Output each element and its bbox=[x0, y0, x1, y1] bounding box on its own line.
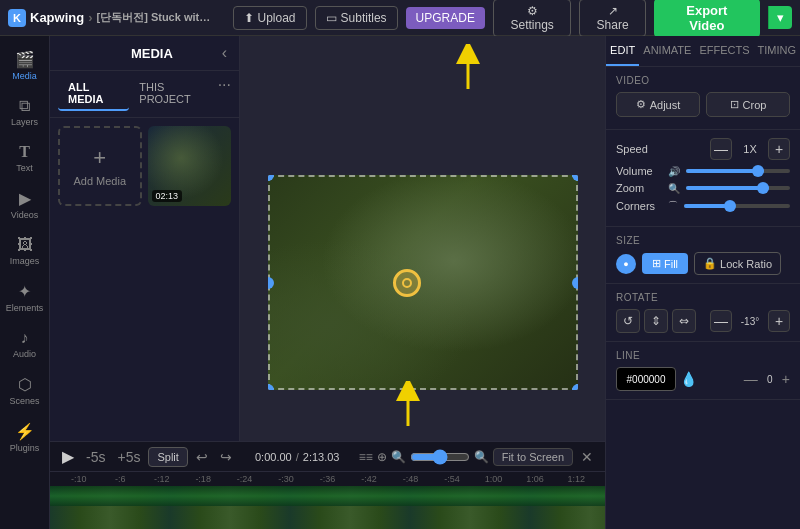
media-tab-more[interactable]: ··· bbox=[218, 77, 231, 111]
export-dropdown-button[interactable]: ▾ bbox=[768, 6, 792, 29]
sidebar-item-images[interactable]: 🖼 Images bbox=[3, 230, 47, 272]
sidebar-item-scenes[interactable]: ⬡ Scenes bbox=[3, 369, 47, 412]
add-media-label: Add Media bbox=[73, 175, 126, 187]
subtitles-icon: ▭ bbox=[326, 11, 337, 25]
close-timeline-button[interactable]: ✕ bbox=[577, 447, 597, 467]
sidebar-item-label: Images bbox=[10, 256, 40, 266]
speed-plus-button[interactable]: + bbox=[768, 138, 790, 160]
timeline-num: 1:00 bbox=[473, 474, 514, 484]
corners-label: Corners bbox=[616, 200, 662, 212]
opacity-plus-button[interactable]: + bbox=[782, 371, 790, 387]
rotate-plus-button[interactable]: + bbox=[768, 310, 790, 332]
media-panel-header: MEDIA ‹ bbox=[50, 36, 239, 71]
corners-slider-fill bbox=[684, 204, 726, 208]
elements-icon: ✦ bbox=[18, 282, 31, 301]
speed-minus-button[interactable]: — bbox=[710, 138, 732, 160]
tab-all-media[interactable]: ALL MEDIA bbox=[58, 77, 129, 111]
forward5-button[interactable]: +5s bbox=[113, 447, 144, 467]
volume-icon: 🔊 bbox=[668, 166, 680, 177]
add-media-button[interactable]: + Add Media bbox=[58, 126, 142, 206]
settings-icon: ⚙ bbox=[527, 4, 538, 18]
zoom-label: Zoom bbox=[616, 182, 662, 194]
tab-this-project[interactable]: THIS PROJECT bbox=[129, 77, 217, 111]
split-button[interactable]: Split bbox=[148, 447, 187, 467]
rotate-ccw-button[interactable]: ↺ bbox=[616, 309, 640, 333]
media-panel-close[interactable]: ‹ bbox=[222, 44, 227, 62]
sidebar-item-label: Plugins bbox=[10, 443, 40, 453]
sidebar-item-label: Videos bbox=[11, 210, 38, 220]
timeline-strip[interactable] bbox=[50, 486, 605, 529]
crop-handle-middleright[interactable] bbox=[572, 277, 578, 289]
sidebar-item-audio[interactable]: ♪ Audio bbox=[3, 323, 47, 365]
timeline-num: -:18 bbox=[182, 474, 223, 484]
opacity-minus-button[interactable]: — bbox=[744, 371, 758, 387]
video-content bbox=[268, 175, 578, 390]
tab-animate[interactable]: ANIMATE bbox=[639, 36, 695, 66]
color-value: #000000 bbox=[627, 374, 666, 385]
upgrade-button[interactable]: UPGRADE bbox=[406, 7, 485, 29]
eyedropper-button[interactable]: 💧 bbox=[680, 371, 697, 387]
center-drag-handle[interactable] bbox=[393, 269, 421, 297]
export-video-button[interactable]: Export Video bbox=[654, 0, 760, 37]
volume-slider-track[interactable] bbox=[686, 169, 790, 173]
waveform bbox=[50, 486, 605, 506]
tab-edit[interactable]: EDIT bbox=[606, 36, 639, 66]
flip-h-button[interactable]: ⇔ bbox=[672, 309, 696, 333]
fill-button[interactable]: ⊞ Fill bbox=[642, 253, 688, 274]
media-item[interactable]: 02:13 [단독버전] Stuck... bbox=[148, 126, 232, 206]
upload-icon: ⬆ bbox=[244, 11, 254, 25]
share-button[interactable]: ↗ Share bbox=[579, 0, 645, 37]
tab-timing[interactable]: TIMING bbox=[754, 36, 801, 66]
video-canvas[interactable] bbox=[268, 175, 578, 390]
corners-slider-thumb[interactable] bbox=[724, 200, 736, 212]
tab-effects[interactable]: EFFECTS bbox=[695, 36, 753, 66]
plugins-icon: ⚡ bbox=[15, 422, 35, 441]
media-panel-title: MEDIA bbox=[82, 46, 222, 61]
crop-button[interactable]: ⊡ Crop bbox=[706, 92, 790, 117]
media-panel-tabs: ALL MEDIA THIS PROJECT ··· bbox=[50, 71, 239, 118]
sidebar-item-layers[interactable]: ⧉ Layers bbox=[3, 91, 47, 133]
rotate-row: ↺ ⇕ ⇔ — -13° + bbox=[616, 309, 790, 333]
timeline-icon2[interactable]: ⊕ bbox=[377, 450, 387, 464]
sidebar-icons: 🎬 Media ⧉ Layers T Text ▶ Videos 🖼 Image… bbox=[0, 36, 50, 529]
sidebar-item-videos[interactable]: ▶ Videos bbox=[3, 183, 47, 226]
timeline-num: -:36 bbox=[307, 474, 348, 484]
video-section-title: VIDEO bbox=[616, 75, 790, 86]
color-swatch[interactable]: #000000 bbox=[616, 367, 676, 391]
play-button[interactable]: ▶ bbox=[58, 445, 78, 468]
sidebar-item-elements[interactable]: ✦ Elements bbox=[3, 276, 47, 319]
back5-button[interactable]: -5s bbox=[82, 447, 109, 467]
sidebar-item-plugins[interactable]: ⚡ Plugins bbox=[3, 416, 47, 459]
volume-slider-thumb[interactable] bbox=[752, 165, 764, 177]
adjust-button[interactable]: ⚙ Adjust bbox=[616, 92, 700, 117]
redo-button[interactable]: ↪ bbox=[216, 447, 236, 467]
rotate-minus-button[interactable]: — bbox=[710, 310, 732, 332]
sidebar-item-text[interactable]: T Text bbox=[3, 137, 47, 179]
flip-v-button[interactable]: ⇕ bbox=[644, 309, 668, 333]
zoom-out-button[interactable]: 🔍 bbox=[391, 450, 406, 464]
zoom-in-button[interactable]: 🔍 bbox=[474, 450, 489, 464]
sidebar-item-label: Audio bbox=[13, 349, 36, 359]
corners-slider-track[interactable] bbox=[684, 204, 790, 208]
sidebar-item-media[interactable]: 🎬 Media bbox=[3, 44, 47, 87]
timeline-num: -:10 bbox=[58, 474, 99, 484]
fit-to-screen-button[interactable]: Fit to Screen bbox=[493, 448, 573, 466]
timeline-icon1[interactable]: ≡≡ bbox=[359, 450, 373, 464]
canvas-inner bbox=[268, 175, 578, 390]
timeline-num: -:12 bbox=[141, 474, 182, 484]
corners-icon: ⌒ bbox=[668, 199, 678, 213]
speed-label: Speed bbox=[616, 143, 662, 155]
zoom-slider[interactable] bbox=[410, 449, 470, 465]
subtitles-button[interactable]: ▭ Subtitles bbox=[315, 6, 398, 30]
zoom-slider-track[interactable] bbox=[686, 186, 790, 190]
layers-icon: ⧉ bbox=[19, 97, 30, 115]
zoom-slider-thumb[interactable] bbox=[757, 182, 769, 194]
settings-button[interactable]: ⚙ Settings bbox=[493, 0, 571, 37]
undo-button[interactable]: ↩ bbox=[192, 447, 212, 467]
topbar: K Kapwing › [단독버전] Stuck with ... ⬆ Uplo… bbox=[0, 0, 800, 36]
share-icon: ↗ bbox=[608, 4, 618, 18]
volume-label: Volume bbox=[616, 165, 662, 177]
timeline-area: ▶ -5s +5s Split ↩ ↪ 0:00.00 / 2:13.03 ≡≡… bbox=[50, 441, 605, 529]
upload-button[interactable]: ⬆ Upload bbox=[233, 6, 307, 30]
lock-ratio-button[interactable]: 🔒 Lock Ratio bbox=[694, 252, 781, 275]
